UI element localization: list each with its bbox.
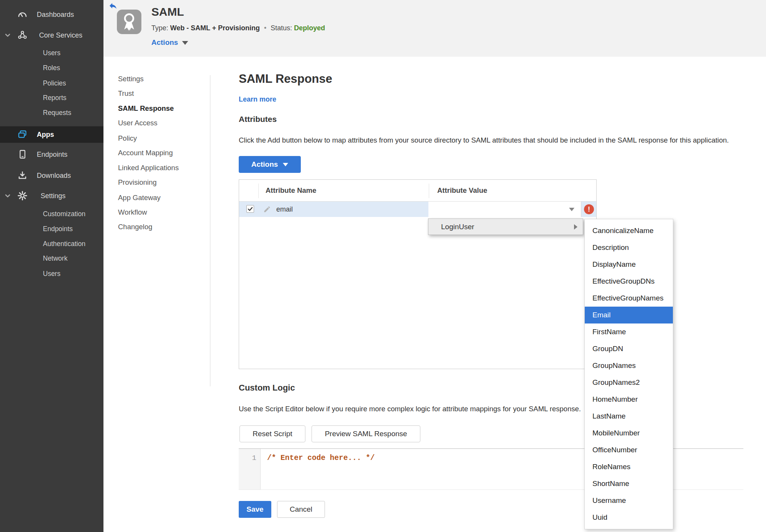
app-logo: [117, 10, 141, 34]
submenu-item-uuid[interactable]: Uuid: [585, 509, 673, 526]
reset-script-button[interactable]: Reset Script: [239, 425, 305, 442]
submenu-item-groupnames[interactable]: GroupNames: [585, 357, 673, 374]
edit-pencil-icon[interactable]: [263, 205, 271, 213]
sidebar-item-authentication[interactable]: Authentication: [43, 238, 85, 250]
submenu-item-canonicalizename[interactable]: CanonicalizeName: [585, 222, 673, 239]
sidebar-item-label: Apps: [37, 126, 54, 143]
sidebar-item-customization[interactable]: Customization: [43, 208, 85, 220]
submenu-item-rolenames[interactable]: RoleNames: [585, 458, 673, 475]
column-divider: [429, 184, 429, 198]
tab-changelog[interactable]: Changelog: [118, 222, 153, 232]
tab-provisioning[interactable]: Provisioning: [118, 177, 157, 187]
back-arrow-icon[interactable]: [108, 1, 118, 10]
value-submenu: CanonicalizeName Description DisplayName…: [584, 219, 673, 529]
sidebar-item-label: Dashboards: [37, 7, 74, 23]
column-header-attribute-name: Attribute Name: [266, 180, 317, 201]
sidebar-item-settings-endpoints[interactable]: Endpoints: [43, 223, 73, 235]
tab-workflow[interactable]: Workflow: [118, 207, 147, 217]
device-icon: [17, 149, 28, 159]
page-title: SAML Response: [239, 72, 332, 86]
sidebar-item-users[interactable]: Users: [43, 47, 61, 59]
submenu-item-homenumber[interactable]: HomeNumber: [585, 391, 673, 408]
tab-trust[interactable]: Trust: [118, 89, 134, 99]
tab-linked-applications[interactable]: Linked Applications: [118, 163, 179, 173]
app-title: SAML: [151, 5, 184, 18]
sidebar-item-network[interactable]: Network: [43, 253, 67, 264]
sidebar-item-settings[interactable]: Settings: [0, 188, 103, 204]
submenu-item-firstname[interactable]: FirstName: [585, 323, 673, 340]
submenu-item-groupnames2[interactable]: GroupNames2: [585, 374, 673, 391]
submenu-item-groupdn[interactable]: GroupDN: [585, 340, 673, 357]
attributes-description: Click the Add button below to map attrib…: [239, 136, 729, 144]
sidebar-item-dashboards[interactable]: Dashboards: [0, 7, 103, 23]
table-row[interactable]: email !: [239, 202, 596, 217]
attribute-name-cell: email: [276, 202, 293, 217]
sidebar-item-policies[interactable]: Policies: [43, 77, 66, 89]
chevron-down-icon: [4, 32, 11, 39]
sidebar-item-downloads[interactable]: Downloads: [0, 167, 103, 184]
column-divider: [258, 184, 259, 198]
tab-user-access[interactable]: User Access: [118, 118, 157, 128]
sidebar-item-label: Core Services: [39, 27, 82, 43]
value-menu-loginuser[interactable]: LoginUser: [428, 218, 583, 235]
validation-error-icon: !: [584, 204, 594, 214]
line-number: 1: [252, 454, 256, 462]
apps-icon: [17, 129, 28, 140]
column-header-attribute-value: Attribute Value: [437, 180, 487, 201]
gauge-icon: [17, 9, 28, 20]
submenu-item-username[interactable]: Username: [585, 492, 673, 509]
app-meta: Type: Web - SAML + Provisioning • Status…: [151, 24, 325, 32]
tab-saml-response[interactable]: SAML Response: [118, 103, 174, 113]
dropdown-caret-icon: [569, 208, 574, 211]
custom-logic-description: Use the Script Editor below if you requi…: [239, 405, 581, 413]
attributes-actions-label: Actions: [251, 160, 278, 169]
type-label: Type:: [151, 24, 168, 32]
attributes-heading: Attributes: [239, 115, 277, 124]
submenu-item-effectivegroupdns[interactable]: EffectiveGroupDNs: [585, 273, 673, 290]
sidebar-item-reports[interactable]: Reports: [43, 92, 66, 103]
submenu-item-shortname[interactable]: ShortName: [585, 475, 673, 492]
app-root: Dashboards Core Services Users Roles Pol…: [0, 0, 766, 532]
nav-divider: [210, 75, 210, 386]
sidebar-item-settings-users[interactable]: Users: [43, 268, 61, 279]
header-actions-label: Actions: [151, 38, 178, 46]
type-value: Web - SAML + Provisioning: [170, 24, 260, 32]
save-button[interactable]: Save: [239, 501, 271, 518]
status-badge: Deployed: [294, 24, 325, 32]
core-services-icon: [17, 30, 28, 40]
sidebar-item-label: Downloads: [37, 167, 71, 184]
sidebar: Dashboards Core Services Users Roles Pol…: [0, 0, 103, 532]
preview-saml-response-button[interactable]: Preview SAML Response: [312, 425, 420, 442]
row-checkbox[interactable]: [246, 205, 254, 213]
sidebar-item-apps[interactable]: Apps: [0, 126, 103, 143]
submenu-item-effectivegroupnames[interactable]: EffectiveGroupNames: [585, 290, 673, 307]
attributes-table: Attribute Name Attribute Value email !: [239, 179, 597, 369]
editor-code[interactable]: /* Enter code here... */: [267, 454, 375, 462]
tab-app-gateway[interactable]: App Gateway: [118, 193, 161, 203]
gear-icon: [17, 190, 28, 201]
submenu-item-displayname[interactable]: DisplayName: [585, 256, 673, 273]
status-label: Status:: [271, 24, 292, 32]
custom-logic-heading: Custom Logic: [239, 383, 295, 393]
caret-down-icon: [283, 163, 288, 166]
tab-account-mapping[interactable]: Account Mapping: [118, 148, 173, 158]
sidebar-item-requests[interactable]: Requests: [43, 107, 71, 118]
submenu-item-lastname[interactable]: LastName: [585, 408, 673, 425]
attribute-value-dropdown[interactable]: [428, 202, 581, 217]
sidebar-item-endpoints[interactable]: Endpoints: [0, 146, 103, 163]
attributes-actions-button[interactable]: Actions: [239, 156, 301, 173]
chevron-down-icon: [4, 192, 11, 199]
tab-policy[interactable]: Policy: [118, 133, 137, 143]
sidebar-item-label: Settings: [41, 188, 66, 204]
submenu-item-mobilenumber[interactable]: MobileNumber: [585, 425, 673, 442]
sidebar-item-core-services[interactable]: Core Services: [0, 27, 103, 43]
submenu-item-officenumber[interactable]: OfficeNumber: [585, 442, 673, 458]
submenu-item-description[interactable]: Description: [585, 239, 673, 256]
header-actions-menu[interactable]: Actions: [151, 38, 188, 47]
tab-settings[interactable]: Settings: [118, 74, 144, 84]
download-icon: [17, 170, 28, 181]
sidebar-item-roles[interactable]: Roles: [43, 62, 60, 74]
cancel-button[interactable]: Cancel: [277, 501, 325, 518]
submenu-item-email[interactable]: Email: [585, 307, 673, 323]
learn-more-link[interactable]: Learn more: [239, 95, 276, 103]
